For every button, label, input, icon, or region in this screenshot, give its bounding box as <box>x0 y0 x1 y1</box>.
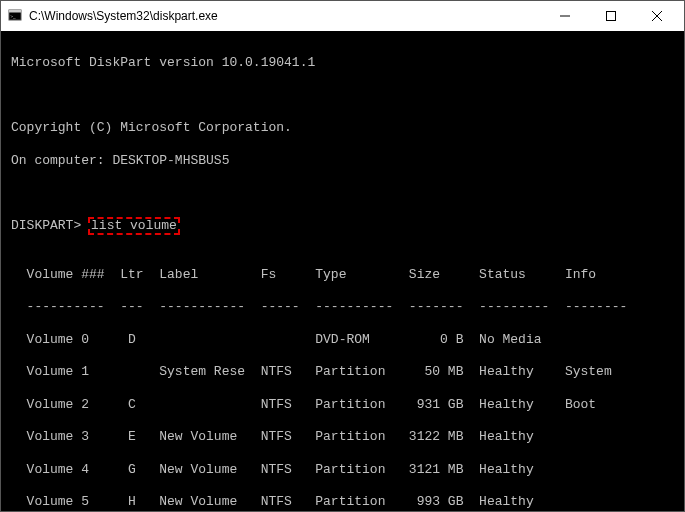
terminal[interactable]: Microsoft DiskPart version 10.0.19041.1 … <box>1 31 684 511</box>
command-list-volume: list volume <box>91 218 177 233</box>
computer-line: On computer: DESKTOP-MHSBUS5 <box>11 153 674 169</box>
svg-rect-1 <box>9 10 21 13</box>
minimize-button[interactable] <box>542 1 588 31</box>
prompt: DISKPART> <box>11 218 81 233</box>
table-header: Volume ### Ltr Label Fs Type Size Status… <box>11 267 674 283</box>
close-button[interactable] <box>634 1 680 31</box>
table-row: Volume 3 E New Volume NTFS Partition 312… <box>11 429 674 445</box>
table-row: Volume 2 C NTFS Partition 931 GB Healthy… <box>11 397 674 413</box>
table-row: Volume 4 G New Volume NTFS Partition 312… <box>11 462 674 478</box>
titlebar[interactable]: >_ C:\Windows\System32\diskpart.exe <box>1 1 684 31</box>
copyright-line: Copyright (C) Microsoft Corporation. <box>11 120 674 136</box>
svg-rect-4 <box>607 12 616 21</box>
app-icon: >_ <box>7 8 23 24</box>
maximize-button[interactable] <box>588 1 634 31</box>
table-divider: ---------- --- ----------- ----- -------… <box>11 299 674 315</box>
window-controls <box>542 1 680 31</box>
command-highlight: list volume <box>89 218 179 234</box>
table-row: Volume 1 System Rese NTFS Partition 50 M… <box>11 364 674 380</box>
svg-text:>_: >_ <box>10 14 16 19</box>
window-title: C:\Windows\System32\diskpart.exe <box>29 9 542 23</box>
table-row: Volume 0 D DVD-ROM 0 B No Media <box>11 332 674 348</box>
table-row: Volume 5 H New Volume NTFS Partition 993… <box>11 494 674 510</box>
version-line: Microsoft DiskPart version 10.0.19041.1 <box>11 55 674 71</box>
window-frame: >_ C:\Windows\System32\diskpart.exe Micr… <box>0 0 685 512</box>
